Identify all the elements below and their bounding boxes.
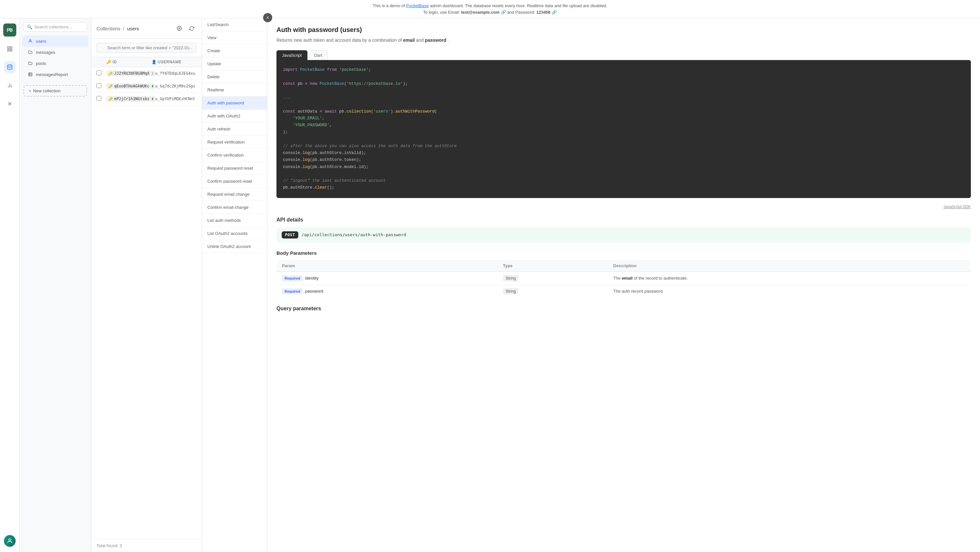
param-password-cell: Required password bbox=[277, 284, 498, 298]
svg-point-4 bbox=[8, 65, 12, 67]
api-menu-item-request-verification[interactable]: Request verification bbox=[202, 136, 267, 149]
sidebar-item-posts[interactable]: posts bbox=[22, 58, 88, 69]
pocketbase-link[interactable]: PocketBase bbox=[406, 3, 429, 8]
breadcrumb-current: users bbox=[127, 26, 139, 31]
api-menu-item-view[interactable]: View bbox=[202, 31, 267, 45]
search-input[interactable] bbox=[97, 43, 197, 53]
api-menu-item-request-password-reset[interactable]: Request password reset bbox=[202, 162, 267, 175]
row-checkbox-input[interactable] bbox=[97, 96, 102, 101]
refresh-button[interactable] bbox=[187, 24, 197, 33]
api-menu-item-list-auth-methods[interactable]: List auth methods bbox=[202, 214, 267, 227]
body-params-section: Body Parameters Param Type Description R… bbox=[277, 250, 971, 298]
row-checkbox-input[interactable] bbox=[97, 83, 102, 88]
user-icon bbox=[27, 38, 33, 44]
sidebar: 🔍 Search collections... users messages bbox=[19, 18, 91, 552]
search-bar: 🔍 bbox=[91, 39, 202, 57]
api-menu-item-list-oauth2-accounts[interactable]: List OAuth2 accounts bbox=[202, 227, 267, 240]
api-menu-item-confirm-email-change[interactable]: Confirm email change bbox=[202, 201, 267, 214]
api-menu-item-confirm-password-reset[interactable]: Confirm password reset bbox=[202, 175, 267, 188]
param-identity-cell: Required identity bbox=[277, 271, 498, 284]
id-column-header: 🔑 id bbox=[106, 60, 151, 64]
api-menu-item-auth-oauth2[interactable]: Auth with OAuth2 bbox=[202, 110, 267, 123]
endpoint-path: /api/collections/users/auth-with-passwor… bbox=[302, 232, 406, 237]
banner-password: 123456 bbox=[536, 10, 550, 15]
id-value: JJ2YRU30FBG8MqX bbox=[114, 71, 149, 76]
api-menu-item-auth-refresh[interactable]: Auth refresh bbox=[202, 123, 267, 136]
table-row[interactable]: 🔑 JJ2YRU30FBG8MqX u_fY6TDdqL6JEG4xu bbox=[91, 67, 202, 80]
row-id: 🔑 eP2jCr1h3NGtsbz bbox=[106, 96, 155, 102]
banner-email: test@example.com bbox=[461, 10, 500, 15]
tab-javascript[interactable]: JavaScript bbox=[277, 50, 307, 60]
row-username: u_GpYUPiMQEzHCNnt bbox=[155, 97, 197, 101]
api-menu: × List/Search View Create Update Delete … bbox=[202, 18, 267, 552]
app-logo[interactable]: PB bbox=[3, 24, 16, 37]
nav-icon-chart[interactable] bbox=[4, 80, 16, 91]
nav-icon-cross[interactable] bbox=[4, 98, 16, 110]
tab-dart[interactable]: Dart bbox=[309, 50, 328, 60]
code-tabs: JavaScript Dart bbox=[277, 50, 971, 60]
row-id: 🔑 JJ2YRU30FBG8MqX bbox=[106, 70, 155, 77]
api-menu-item-request-email-change[interactable]: Request email change bbox=[202, 188, 267, 201]
row-checkbox[interactable] bbox=[97, 83, 106, 89]
row-username: u_fY6TDdqL6JEG4xu bbox=[155, 71, 197, 76]
sidebar-search[interactable]: 🔍 Search collections... bbox=[24, 22, 87, 32]
new-collection-button[interactable]: + New collection bbox=[24, 85, 87, 97]
query-params-title: Query parameters bbox=[277, 306, 971, 311]
id-value: qEooBTHoAGkWUKc bbox=[114, 84, 149, 88]
icon-nav: PB bbox=[0, 18, 19, 552]
api-menu-item-create[interactable]: Create bbox=[202, 45, 267, 57]
api-menu-item-confirm-verification[interactable]: Confirm verification bbox=[202, 149, 267, 162]
table-header: 🔑 id 👤 username bbox=[91, 57, 202, 67]
row-checkbox-input[interactable] bbox=[97, 70, 102, 75]
search-icon: 🔍 bbox=[27, 24, 32, 29]
sidebar-item-messagesreport[interactable]: messagesReport bbox=[22, 69, 88, 80]
key-icon: 🔑 bbox=[108, 97, 113, 101]
svg-rect-0 bbox=[8, 47, 9, 48]
nav-icon-collections[interactable] bbox=[4, 43, 16, 55]
nav-icon-data[interactable] bbox=[4, 61, 16, 73]
svg-rect-1 bbox=[10, 47, 12, 48]
breadcrumb: Collections / users bbox=[97, 26, 139, 31]
api-menu-item-delete[interactable]: Delete bbox=[202, 70, 267, 83]
banner-text3: and Password: bbox=[507, 10, 535, 15]
sidebar-item-messagesreport-label: messagesReport bbox=[36, 72, 68, 77]
row-checkbox[interactable] bbox=[97, 70, 106, 77]
banner-text: This is a demo of bbox=[372, 3, 406, 8]
api-menu-item-auth-password[interactable]: Auth with password bbox=[202, 97, 267, 110]
svg-rect-12 bbox=[29, 73, 32, 77]
api-detail: Auth with password (users) Returns new a… bbox=[267, 18, 980, 552]
table-row[interactable]: 🔑 eP2jCr1h3NGtsbz u_GpYUPiMQEzHCNnt bbox=[91, 93, 202, 105]
api-menu-item-unlink-oauth2[interactable]: Unlink OAuth2 account bbox=[202, 240, 267, 253]
svg-rect-2 bbox=[8, 49, 9, 51]
param-password-type: String bbox=[498, 284, 608, 298]
row-checkbox[interactable] bbox=[97, 96, 106, 102]
close-button[interactable]: × bbox=[263, 13, 272, 22]
table-row[interactable]: 🔑 qEooBTHoAGkWUKc u_Gq7dcZKjM9v2Sgv bbox=[91, 80, 202, 93]
top-banner: This is a demo of PocketBase admin dashb… bbox=[0, 0, 980, 18]
status-dot bbox=[152, 85, 153, 88]
sidebar-item-messages-label: messages bbox=[36, 50, 55, 55]
breadcrumb-separator: / bbox=[123, 26, 124, 31]
api-menu-item-update[interactable]: Update bbox=[202, 57, 267, 70]
total-found: Total found: 3 bbox=[91, 539, 202, 552]
sidebar-item-messages[interactable]: messages bbox=[22, 47, 88, 58]
collections-header: Collections / users bbox=[91, 18, 202, 39]
api-menu-item-realtime[interactable]: Realtime bbox=[202, 83, 267, 97]
settings-button[interactable] bbox=[174, 24, 184, 33]
sidebar-item-users[interactable]: users bbox=[22, 35, 88, 47]
body-params-title: Body Parameters bbox=[277, 250, 971, 256]
type-col-header: Type bbox=[498, 260, 608, 271]
api-detail-description: Returns new auth token and account data … bbox=[277, 37, 971, 44]
collections-area: Collections / users bbox=[91, 18, 202, 552]
key-icon: 🔑 bbox=[108, 72, 113, 76]
row-username: u_Gq7dcZKjM9v2Sgv bbox=[155, 84, 197, 88]
param-row-identity: Required identity String The email of th… bbox=[277, 271, 971, 284]
user-avatar[interactable] bbox=[4, 535, 16, 547]
method-badge: POST bbox=[282, 231, 298, 238]
api-menu-item-list-search[interactable]: List/Search bbox=[202, 18, 267, 31]
key-icon: 🔑 bbox=[108, 84, 113, 88]
breadcrumb-root[interactable]: Collections bbox=[97, 26, 120, 31]
param-col-header: Param bbox=[277, 260, 498, 271]
sdk-link[interactable]: JavaScript SDK bbox=[277, 204, 971, 209]
username-column-header: 👤 username bbox=[151, 60, 197, 64]
